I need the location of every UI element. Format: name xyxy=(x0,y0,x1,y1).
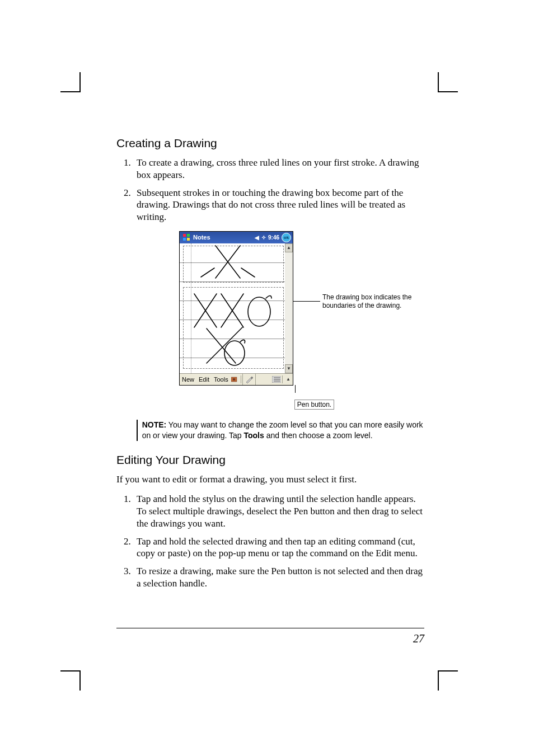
crop-mark xyxy=(438,91,458,92)
scroll-down-button[interactable]: ▼ xyxy=(285,364,293,373)
note-tools-word: Tools xyxy=(244,431,264,440)
recording-icon[interactable] xyxy=(231,375,240,384)
signal-icon: ✧ xyxy=(261,234,266,241)
svg-point-4 xyxy=(248,297,270,326)
callout-pen-label: Pen button. xyxy=(294,400,334,410)
note-bar xyxy=(137,420,138,441)
step-item: Subsequent strokes in or touching the dr… xyxy=(133,187,424,223)
section-heading-creating: Creating a Drawing xyxy=(116,137,424,150)
pen-button[interactable] xyxy=(242,374,256,385)
step-item: To create a drawing, cross three ruled l… xyxy=(133,157,424,181)
note-text: NOTE: You may want to change the zoom le… xyxy=(142,420,424,441)
figure-notes-app: Notes ◀ ✧ 9:46 ok xyxy=(116,231,424,410)
note-body-after: and then choose a zoom level. xyxy=(264,431,373,440)
menu-new[interactable]: New xyxy=(180,374,196,385)
note-prefix: NOTE: xyxy=(142,420,167,429)
crop-mark xyxy=(438,670,439,691)
crop-mark xyxy=(438,72,439,92)
ok-label: ok xyxy=(284,235,289,240)
callout-drawbox-text: The drawing box indicates the boundaries… xyxy=(322,293,416,309)
section-heading-editing: Editing Your Drawing xyxy=(116,453,424,467)
svg-point-7 xyxy=(233,378,235,381)
crop-mark xyxy=(79,670,81,691)
start-icon xyxy=(181,232,191,242)
svg-rect-2 xyxy=(183,238,186,241)
callout-pen-button: Pen button. xyxy=(295,385,334,410)
sip-up-icon[interactable]: ▲ xyxy=(284,375,293,384)
window-titlebar: Notes ◀ ✧ 9:46 ok xyxy=(180,232,293,243)
crop-mark xyxy=(60,670,81,672)
step-item: To resize a drawing, make sure the Pen b… xyxy=(133,565,424,590)
svg-rect-3 xyxy=(187,238,190,241)
pen-icon xyxy=(245,375,254,384)
crop-mark xyxy=(438,670,458,672)
keyboard-icon[interactable] xyxy=(272,375,281,384)
callout-leader xyxy=(293,301,320,302)
menu-edit[interactable]: Edit xyxy=(196,374,212,385)
svg-rect-0 xyxy=(183,234,186,237)
vertical-scrollbar[interactable]: ▲ ▼ xyxy=(285,243,293,373)
window-title: Notes xyxy=(193,234,255,241)
crop-mark xyxy=(60,91,81,92)
svg-rect-1 xyxy=(187,234,190,237)
step-item: Tap and hold the stylus on the drawing u… xyxy=(133,493,424,529)
footer-rule xyxy=(116,628,424,628)
editing-intro: If you want to edit or format a drawing,… xyxy=(116,473,424,486)
note-block: NOTE: You may want to change the zoom le… xyxy=(137,420,424,441)
crop-mark xyxy=(79,72,81,92)
drawing-canvas xyxy=(180,243,285,373)
step-item: Tap and hold the selected drawing and th… xyxy=(133,536,424,560)
speaker-icon: ◀ xyxy=(255,234,259,241)
device-screenshot: Notes ◀ ✧ 9:46 ok xyxy=(179,231,293,386)
ok-button[interactable]: ok xyxy=(282,233,291,242)
menu-tools[interactable]: Tools xyxy=(212,374,231,385)
page-number: 27 xyxy=(413,632,424,645)
steps-list-creating: To create a drawing, cross three ruled l… xyxy=(116,157,424,223)
app-menubar: New Edit Tools xyxy=(180,373,293,385)
scroll-up-button[interactable]: ▲ xyxy=(285,243,293,252)
clock-text: 9:46 xyxy=(268,234,279,241)
steps-list-editing: Tap and hold the stylus on the drawing u… xyxy=(116,493,424,589)
